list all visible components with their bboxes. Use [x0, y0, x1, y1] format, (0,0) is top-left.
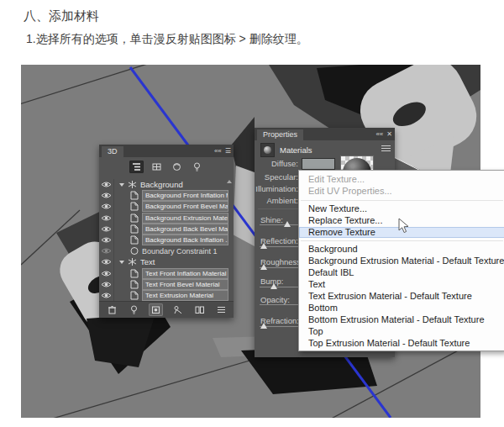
eye-icon[interactable] — [99, 268, 114, 279]
options-list-icon[interactable] — [214, 303, 228, 316]
3d-layer-row[interactable]: Background Front Inflation Ma... — [99, 190, 234, 201]
3d-layer-row[interactable]: Text Front Inflation Material — [99, 268, 234, 279]
texture-page-icon — [129, 269, 139, 278]
eye-icon[interactable] — [99, 290, 114, 301]
menu-item: Edit Texture... — [299, 174, 504, 186]
eye-icon[interactable] — [99, 235, 114, 245]
scroll-up-icon[interactable] — [227, 180, 232, 183]
eye-icon[interactable] — [99, 256, 114, 267]
materials-sphere-icon — [260, 143, 275, 157]
slider-label: Opacity: — [260, 295, 290, 304]
texture-page-icon — [129, 291, 139, 300]
3d-layer-row[interactable]: Background Back Inflation ... — [99, 235, 234, 245]
chevron-down-icon[interactable] — [119, 261, 124, 264]
materials-section-label: Materials — [280, 145, 312, 155]
menu-item[interactable]: Top Extrusion Material - Default Texture — [299, 338, 504, 350]
menu-item[interactable]: Bottom Extrusion Material - Default Text… — [299, 314, 504, 326]
slider-thumb[interactable] — [284, 221, 291, 227]
slider-thumb[interactable] — [270, 283, 277, 289]
color-swatch[interactable] — [302, 158, 335, 170]
constraint-circle-icon — [129, 246, 139, 256]
menu-item: Edit UV Properties... — [299, 186, 504, 198]
material-row-label[interactable]: Text Extrusion Material — [142, 290, 228, 301]
camera-icon[interactable] — [171, 303, 185, 316]
menu-item[interactable]: Background — [299, 244, 504, 256]
slider-thumb[interactable] — [260, 243, 267, 249]
3d-panel-header: 3D «« ☰ — [99, 145, 234, 157]
texture-page-icon — [129, 224, 139, 234]
slider-label: Shine: — [260, 215, 283, 224]
group-label[interactable]: Text — [140, 257, 155, 266]
filter-meshes-icon[interactable] — [150, 161, 164, 173]
chevron-down-icon[interactable] — [119, 183, 124, 187]
texture-page-icon — [129, 214, 139, 223]
3d-layer-row[interactable]: Text — [99, 256, 234, 267]
menu-item[interactable]: Text — [299, 279, 504, 291]
3d-panel-tab[interactable]: 3D — [102, 146, 123, 157]
collapse-chevrons-icon[interactable]: «« — [375, 129, 383, 139]
3d-layer-row[interactable]: Background Front Bevel Ma... — [99, 201, 234, 212]
menu-separator — [301, 200, 503, 201]
constraint-label[interactable]: Boundary Constraint 1 — [142, 247, 218, 256]
light-bulb-icon[interactable] — [127, 303, 141, 316]
property-label: Specular: — [255, 172, 298, 182]
eye-icon[interactable] — [99, 279, 114, 290]
material-row-label[interactable]: Background Back Inflation ... — [142, 235, 228, 245]
material-row-label[interactable]: Text Front Inflation Material — [142, 268, 228, 279]
texture-context-menu: Edit Texture...Edit UV Properties...New … — [298, 170, 504, 351]
heading-step: 八、添加材料 — [24, 8, 99, 24]
menu-item[interactable]: Text Extrusion Material - Default Textur… — [299, 291, 504, 303]
slider-thumb[interactable] — [260, 264, 267, 270]
material-row-label[interactable]: Text Front Bevel Material — [142, 279, 228, 290]
3d-panel-toolbar — [99, 301, 234, 318]
mesh-star-icon — [127, 180, 138, 189]
menu-item[interactable]: Default IBL — [299, 267, 504, 279]
mesh-star-icon — [127, 257, 138, 266]
menu-item[interactable]: Top — [299, 326, 504, 338]
menu-separator — [301, 240, 503, 241]
eye-dim-icon[interactable] — [99, 245, 114, 256]
heading-instruction: 1.选择所有的选项，单击漫反射贴图图标 > 删除纹理。 — [26, 32, 308, 47]
properties-panel-header: Properties «« ✕ — [255, 128, 395, 140]
material-row-label[interactable]: Background Extrusion Mate... — [142, 213, 228, 224]
3d-layer-row[interactable]: Text Front Bevel Material — [99, 279, 234, 290]
3d-layer-list: Background Background Front Inflation Ma… — [99, 179, 234, 302]
group-label[interactable]: Background — [140, 180, 183, 189]
panel-menu-icon[interactable] — [381, 144, 391, 153]
trash-icon[interactable] — [105, 303, 119, 316]
slider-thumb[interactable] — [260, 323, 267, 329]
menu-item[interactable]: Replace Texture... — [299, 215, 504, 227]
material-row-label[interactable]: Background Front Inflation Ma... — [142, 190, 228, 201]
3d-layer-row[interactable]: Background Back Bevel Mat... — [99, 224, 234, 235]
filter-scene-icon[interactable] — [129, 161, 144, 173]
properties-panel-tab[interactable]: Properties — [257, 129, 303, 140]
texture-page-icon — [129, 235, 139, 245]
eye-icon[interactable] — [99, 213, 114, 224]
menu-item[interactable]: Remove Texture — [299, 227, 504, 239]
property-label: Illumination: — [255, 184, 298, 193]
menu-item[interactable]: New Texture... — [299, 203, 504, 215]
texture-page-icon — [129, 191, 139, 200]
3d-layer-row[interactable]: Background Extrusion Mate... — [99, 213, 234, 224]
material-row-label[interactable]: Background Back Bevel Mat... — [142, 224, 228, 235]
eye-icon[interactable] — [99, 224, 114, 235]
eye-icon[interactable] — [99, 179, 114, 190]
3d-layer-row[interactable]: Text Extrusion Material — [99, 290, 234, 301]
texture-page-icon — [129, 202, 139, 211]
menu-item[interactable]: Bottom — [299, 303, 504, 314]
material-row-label[interactable]: Background Front Bevel Ma... — [142, 201, 228, 212]
filter-lights-icon[interactable] — [190, 161, 204, 173]
eye-icon[interactable] — [99, 190, 114, 201]
eye-icon[interactable] — [99, 201, 114, 212]
panel-menu-icon[interactable]: ☰ — [225, 146, 231, 156]
collapse-chevrons-icon[interactable]: «« — [214, 146, 222, 156]
close-icon[interactable]: ✕ — [386, 129, 392, 139]
3d-layer-row[interactable]: Background — [99, 179, 234, 190]
render-icon[interactable] — [149, 303, 163, 316]
filter-materials-icon[interactable] — [170, 161, 184, 173]
3d-filter-row — [99, 159, 234, 174]
split-view-icon[interactable] — [192, 303, 207, 316]
menu-item[interactable]: Background Extrusion Material - Default … — [299, 256, 504, 267]
property-label: Diffuse: — [255, 159, 298, 168]
3d-layer-row[interactable]: Boundary Constraint 1 — [99, 245, 234, 256]
